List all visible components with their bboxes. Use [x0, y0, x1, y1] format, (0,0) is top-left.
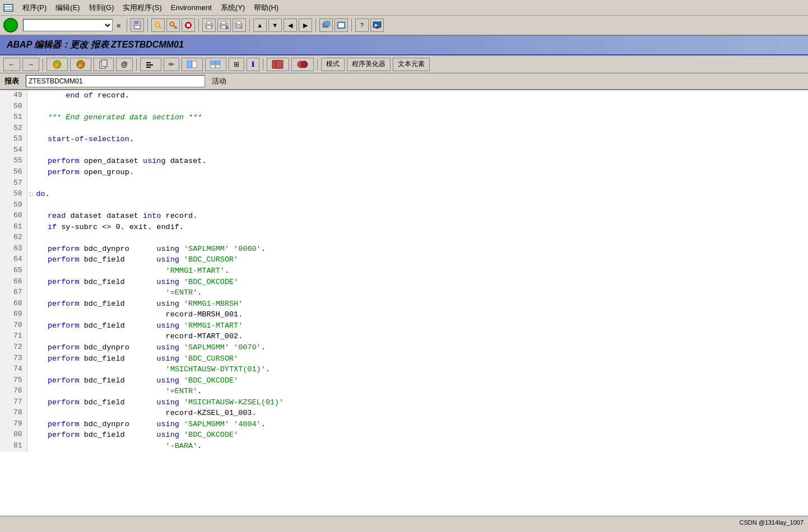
line-code[interactable]: perform bdc_field using 'BDC_OKCODE' — [27, 375, 808, 386]
help-btn[interactable]: ? — [355, 18, 369, 32]
forward-btn[interactable]: → — [22, 58, 39, 71]
line-code[interactable]: record-MTART_002. — [27, 331, 808, 342]
line-code[interactable]: perform bdc_field using 'BDC_OKCODE' — [27, 277, 808, 288]
find-replace-btn[interactable]: R — [166, 18, 180, 32]
svg-point-6 — [155, 22, 160, 27]
line-code[interactable] — [27, 123, 808, 134]
line-number: 53 — [0, 134, 27, 145]
line-code[interactable]: 'MSICHTAUSW-DYTXT(01)'. — [27, 364, 808, 375]
menu-program[interactable]: 程序(P) — [19, 2, 50, 14]
line-code[interactable]: if sy-subrc <> 0. exit. endif. — [27, 222, 808, 233]
svg-text:✓: ✓ — [54, 62, 59, 68]
window1-btn[interactable] — [319, 18, 333, 32]
print-btn[interactable] — [202, 18, 216, 32]
line-code[interactable]: end of record. — [27, 90, 808, 101]
line-code[interactable]: perform bdc_field using 'RMMG1-MTART' — [27, 320, 808, 332]
line-number: 73 — [0, 353, 27, 365]
beautifier-btn[interactable]: 程序美化器 — [347, 58, 391, 71]
line-code[interactable]: record-MBRSH_001. — [27, 309, 808, 320]
line-code[interactable]: perform bdc_dynpro using 'SAPLMGMM' '006… — [27, 244, 808, 255]
second-toolbar: ← → ✓ A @ ✏ ⊞ ℹ 模式 程序美化器 文本元素 — [0, 55, 808, 73]
edit-btn[interactable]: ✏ — [164, 58, 179, 71]
monitor-btn[interactable]: ▶ — [370, 18, 384, 32]
line-code[interactable] — [27, 178, 808, 189]
table-row: 61 if sy-subrc <> 0. exit. endif. — [0, 222, 808, 233]
line-code[interactable]: □ do. — [27, 189, 808, 200]
print3-btn[interactable]: ! — [233, 18, 246, 32]
check-btn[interactable]: ✓ — [47, 58, 68, 71]
line-code[interactable] — [27, 145, 808, 156]
line-number: 57 — [0, 178, 27, 189]
svg-rect-41 — [211, 61, 215, 64]
line-number: 62 — [0, 232, 27, 244]
activate-btn[interactable]: A — [70, 58, 91, 71]
nav-right-btn[interactable]: ▶ — [299, 18, 312, 32]
line-code[interactable]: perform open_dataset using dataset. — [27, 156, 808, 167]
indent-btn[interactable] — [140, 58, 161, 71]
find-btn[interactable] — [151, 18, 165, 32]
line-code[interactable]: '=ENTR'. — [27, 386, 808, 397]
status-indicator — [3, 18, 18, 32]
line-code[interactable]: 'RMMG1-MTART'. — [27, 265, 808, 277]
line-code[interactable]: perform bdc_field using 'BDC_CURSOR' — [27, 353, 808, 365]
code-editor[interactable]: 49 end of record.50 51 *** End generated… — [0, 90, 808, 516]
info-btn[interactable]: ℹ — [247, 58, 259, 71]
menu-environment[interactable]: Environment — [168, 2, 215, 13]
copy-btn[interactable] — [94, 58, 114, 71]
nav-up-btn[interactable]: ▲ — [253, 18, 267, 32]
fullscreen-btn[interactable]: ⊞ — [229, 58, 244, 71]
layout-btn[interactable] — [182, 58, 203, 71]
status-text: CSDN @1314lay_1007 — [739, 519, 804, 526]
window2-btn[interactable] — [335, 18, 348, 32]
line-code[interactable]: start-of-selection. — [27, 134, 808, 145]
report-name-input[interactable] — [26, 75, 205, 87]
line-code[interactable]: perform bdc_field using 'MSICHTAUSW-KZSE… — [27, 397, 808, 408]
table-row: 58□ do. — [0, 189, 808, 200]
line-code[interactable] — [27, 101, 808, 113]
line-code[interactable]: *** End generated data section *** — [27, 112, 808, 123]
svg-rect-39 — [187, 61, 192, 68]
menu-system[interactable]: 系统(Y) — [217, 2, 248, 14]
line-code[interactable]: read dataset dataset into record. — [27, 211, 808, 222]
mode-btn[interactable]: 模式 — [321, 58, 345, 71]
line-code[interactable]: perform open_group. — [27, 167, 808, 178]
menu-utilities[interactable]: 实用程序(S) — [119, 2, 165, 14]
line-code[interactable] — [27, 232, 808, 244]
nav-down-btn[interactable]: ▼ — [268, 18, 282, 32]
line-number: 49 — [0, 90, 27, 101]
grid-btn[interactable] — [205, 58, 226, 71]
debug-btn[interactable] — [291, 58, 314, 71]
back-btn[interactable]: ← — [3, 58, 20, 71]
save-btn[interactable] — [131, 18, 144, 32]
table-row: 52 — [0, 123, 808, 134]
line-code[interactable]: perform bdc_field using 'RMMG1-MBRSH' — [27, 298, 808, 310]
line-code[interactable]: '=ENTR'. — [27, 287, 808, 298]
line-number: 58 — [0, 189, 27, 200]
execute-btn[interactable] — [267, 58, 289, 71]
line-code[interactable]: perform bdc_field using 'BDC_CURSOR' — [27, 254, 808, 265]
print2-btn[interactable]: p — [217, 18, 231, 32]
line-code[interactable]: perform bdc_field using 'BDC_OKCODE' — [27, 430, 808, 441]
at-btn[interactable]: @ — [116, 58, 133, 71]
double-arrow-btn[interactable]: « — [114, 21, 123, 30]
title-text: ABAP 编辑器：更改 报表 ZTESTBDCMM01 — [7, 40, 184, 49]
stop-btn[interactable] — [182, 18, 195, 32]
table-row: 73 perform bdc_field using 'BDC_CURSOR' — [0, 353, 808, 365]
table-row: 69 record-MBRSH_001. — [0, 309, 808, 320]
table-row: 75 perform bdc_field using 'BDC_OKCODE' — [0, 375, 808, 386]
svg-line-7 — [159, 26, 161, 29]
line-number: 80 — [0, 430, 27, 441]
line-code[interactable]: perform bdc_dynpro using 'SAPLMGMM' '400… — [27, 419, 808, 430]
menu-goto[interactable]: 转到(G) — [86, 2, 118, 14]
menu-help[interactable]: 帮助(H) — [250, 2, 282, 14]
line-code[interactable]: perform bdc_dynpro using 'SAPLMGMM' '007… — [27, 342, 808, 353]
menu-edit[interactable]: 编辑(E) — [52, 2, 83, 14]
line-number: 67 — [0, 287, 27, 298]
command-field[interactable] — [23, 19, 113, 31]
nav-left-btn[interactable]: ◀ — [284, 18, 297, 32]
table-row: 60 read dataset dataset into record. — [0, 211, 808, 222]
line-code[interactable] — [27, 200, 808, 211]
line-code[interactable]: record-KZSEL_01_003. — [27, 408, 808, 419]
line-code[interactable]: '-BARA'. — [27, 441, 808, 452]
text-elements-btn[interactable]: 文本元素 — [393, 58, 430, 71]
